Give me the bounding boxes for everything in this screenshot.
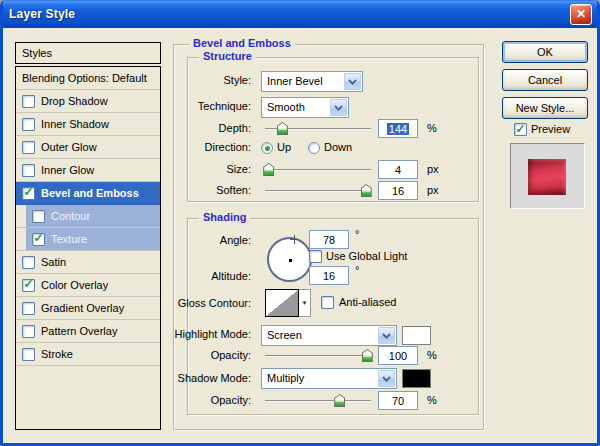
- close-icon: ✕: [576, 7, 586, 21]
- direction-up-radio[interactable]: [261, 142, 273, 154]
- close-button[interactable]: ✕: [570, 4, 592, 25]
- highlight-opacity-unit: %: [427, 349, 437, 361]
- triangle-down-icon: ▼: [302, 300, 308, 306]
- inner-glow-checkbox[interactable]: [22, 164, 35, 177]
- shadow-opacity-thumb[interactable]: [334, 394, 345, 407]
- altitude-input[interactable]: 16: [309, 266, 349, 285]
- depth-slider: [265, 121, 371, 136]
- sidebar-item-blending-options[interactable]: Blending Options: Default: [16, 67, 160, 90]
- satin-checkbox[interactable]: [22, 256, 35, 269]
- chevron-down-icon[interactable]: [330, 99, 347, 116]
- size-slider-thumb[interactable]: [263, 163, 274, 176]
- sidebar-item-label: Inner Glow: [41, 164, 94, 176]
- shadow-opacity-input[interactable]: 70: [378, 391, 418, 410]
- sidebar-item-pattern-overlay[interactable]: Pattern Overlay: [16, 320, 160, 343]
- stroke-checkbox[interactable]: [22, 348, 35, 361]
- shading-title: Shading: [199, 211, 250, 223]
- depth-slider-thumb[interactable]: [277, 122, 288, 135]
- size-value: 4: [395, 164, 401, 176]
- highlight-opacity-input[interactable]: 100: [378, 346, 418, 365]
- anti-aliased-checkbox[interactable]: [321, 296, 334, 309]
- size-slider-track[interactable]: [265, 169, 371, 170]
- contour-dropdown-arrow[interactable]: ▼: [299, 289, 311, 317]
- preview-checkbox[interactable]: ✓: [514, 123, 527, 136]
- altitude-unit: °: [355, 264, 359, 276]
- styles-header-label: Styles: [22, 47, 52, 59]
- chevron-down-icon[interactable]: [378, 370, 395, 387]
- highlight-mode-label: Highlight Mode:: [175, 328, 251, 340]
- sidebar-item-texture[interactable]: ✓ Texture: [16, 228, 160, 251]
- new-style-button[interactable]: New Style...: [502, 97, 588, 119]
- highlight-color-swatch[interactable]: [402, 326, 431, 345]
- outer-glow-checkbox[interactable]: [22, 141, 35, 154]
- style-dropdown[interactable]: Inner Bevel: [261, 71, 363, 92]
- shadow-mode-value: Multiply: [267, 372, 304, 384]
- layer-style-dialog: Layer Style ✕ Styles Blending Options: D…: [0, 0, 600, 446]
- color-overlay-checkbox[interactable]: ✓: [22, 279, 35, 292]
- soften-slider: [265, 183, 371, 198]
- sidebar-item-inner-glow[interactable]: Inner Glow: [16, 159, 160, 182]
- contour-thumbnail[interactable]: [265, 289, 299, 317]
- inner-shadow-checkbox[interactable]: [22, 118, 35, 131]
- use-global-light-checkbox[interactable]: [309, 250, 322, 263]
- sidebar-item-label: Gradient Overlay: [41, 302, 124, 314]
- sidebar-item-stroke[interactable]: Stroke: [16, 343, 160, 366]
- preview-label: Preview: [531, 123, 570, 135]
- sidebar-item-bevel-and-emboss[interactable]: ✓ Bevel and Emboss: [16, 182, 160, 205]
- angle-unit: °: [355, 228, 359, 240]
- shadow-color-swatch[interactable]: [402, 369, 431, 388]
- shadow-mode-dropdown[interactable]: Multiply: [261, 368, 397, 389]
- panel-title: Bevel and Emboss: [189, 37, 295, 49]
- ok-button[interactable]: OK: [502, 41, 588, 63]
- depth-input[interactable]: 144: [378, 119, 418, 138]
- drop-shadow-checkbox[interactable]: [22, 95, 35, 108]
- structure-title: Structure: [199, 50, 256, 62]
- check-icon: ✓: [23, 278, 33, 290]
- depth-unit: %: [427, 122, 437, 134]
- highlight-opacity-label: Opacity:: [211, 349, 251, 361]
- angle-input[interactable]: 78: [309, 230, 349, 249]
- sidebar-item-label: Blending Options: Default: [22, 72, 147, 84]
- sidebar-item-outer-glow[interactable]: Outer Glow: [16, 136, 160, 159]
- gloss-contour-picker[interactable]: ▼: [265, 289, 311, 317]
- preview-red-swatch: [528, 159, 566, 195]
- sidebar-item-label: Contour: [51, 210, 90, 222]
- technique-dropdown[interactable]: Smooth: [261, 97, 349, 118]
- size-input[interactable]: 4: [378, 160, 418, 179]
- shadow-opacity-label: Opacity:: [211, 394, 251, 406]
- size-label: Size:: [227, 163, 251, 175]
- contour-checkbox[interactable]: [32, 210, 45, 223]
- direction-down-radio[interactable]: [308, 142, 320, 154]
- shadow-opacity-slider: [265, 393, 371, 408]
- bevel-and-emboss-checkbox[interactable]: ✓: [22, 187, 35, 200]
- gradient-overlay-checkbox[interactable]: [22, 302, 35, 315]
- soften-unit: px: [427, 184, 439, 196]
- altitude-value: 16: [323, 270, 335, 282]
- sidebar-item-gradient-overlay[interactable]: Gradient Overlay: [16, 297, 160, 320]
- technique-label: Technique:: [198, 100, 251, 112]
- sidebar-item-label: Satin: [41, 256, 66, 268]
- sidebar-item-drop-shadow[interactable]: Drop Shadow: [16, 90, 160, 113]
- pattern-overlay-checkbox[interactable]: [22, 325, 35, 338]
- sidebar-item-satin[interactable]: Satin: [16, 251, 160, 274]
- gloss-contour-label: Gloss Contour:: [178, 297, 251, 309]
- sidebar-item-color-overlay[interactable]: ✓ Color Overlay: [16, 274, 160, 297]
- sidebar-item-label: Pattern Overlay: [41, 325, 117, 337]
- soften-slider-track[interactable]: [265, 190, 371, 191]
- angle-dial[interactable]: [267, 237, 312, 282]
- sub-item-wrap: ✓ Texture: [26, 228, 160, 250]
- sub-item-wrap: Contour: [26, 205, 160, 227]
- chevron-down-icon[interactable]: [378, 327, 395, 344]
- sidebar-item-inner-shadow[interactable]: Inner Shadow: [16, 113, 160, 136]
- titlebar[interactable]: Layer Style ✕: [0, 0, 600, 28]
- soften-slider-thumb[interactable]: [361, 184, 372, 197]
- cancel-button[interactable]: Cancel: [502, 69, 588, 91]
- highlight-mode-dropdown[interactable]: Screen: [261, 325, 397, 346]
- soften-input[interactable]: 16: [378, 181, 418, 200]
- chevron-down-icon[interactable]: [344, 73, 361, 90]
- ok-label: OK: [537, 46, 553, 58]
- sidebar-item-contour[interactable]: Contour: [16, 205, 160, 228]
- highlight-opacity-track[interactable]: [265, 355, 371, 356]
- shadow-opacity-track[interactable]: [265, 400, 371, 401]
- texture-checkbox[interactable]: ✓: [32, 233, 45, 246]
